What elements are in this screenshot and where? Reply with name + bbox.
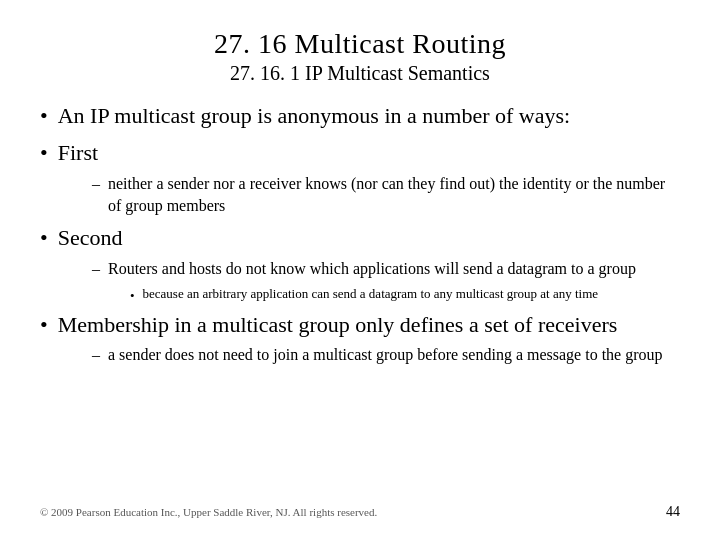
dash-4: – (92, 346, 100, 364)
bullet-dot-1: • (40, 103, 48, 129)
footer-page-number: 44 (666, 504, 680, 520)
bullet-item-3: • Second (40, 223, 680, 254)
sub-bullet-3: – Routers and hosts do not know which ap… (40, 258, 680, 280)
sub-sub-dot-3: • (130, 288, 135, 304)
bullet-text-2: First (58, 138, 98, 169)
footer: © 2009 Pearson Education Inc., Upper Sad… (40, 500, 680, 520)
footer-copyright: © 2009 Pearson Education Inc., Upper Sad… (40, 506, 377, 518)
bullet-text-1: An IP multicast group is anonymous in a … (58, 101, 570, 132)
bullet-dot-2: • (40, 140, 48, 166)
bullet-dot-3: • (40, 225, 48, 251)
sub-bullet-4: – a sender does not need to join a multi… (40, 344, 680, 366)
sub-sub-bullet-3: • because an arbitrary application can s… (40, 285, 680, 304)
sub-sub-text-3: because an arbitrary application can sen… (143, 285, 599, 303)
dash-3: – (92, 260, 100, 278)
dash-2: – (92, 175, 100, 193)
sub-title: 27. 16. 1 IP Multicast Semantics (40, 62, 680, 85)
bullet-dot-4: • (40, 312, 48, 338)
bullet-item-4: • Membership in a multicast group only d… (40, 310, 680, 341)
slide-page: 27. 16 Multicast Routing 27. 16. 1 IP Mu… (0, 0, 720, 540)
sub-bullet-2: – neither a sender nor a receiver knows … (40, 173, 680, 218)
content-area: • An IP multicast group is anonymous in … (40, 101, 680, 488)
sub-text-4: a sender does not need to join a multica… (108, 344, 663, 366)
title-section: 27. 16 Multicast Routing 27. 16. 1 IP Mu… (40, 28, 680, 85)
sub-text-3: Routers and hosts do not know which appl… (108, 258, 636, 280)
bullet-text-3: Second (58, 223, 123, 254)
main-title: 27. 16 Multicast Routing (40, 28, 680, 60)
sub-text-2: neither a sender nor a receiver knows (n… (108, 173, 680, 218)
bullet-text-4: Membership in a multicast group only def… (58, 310, 618, 341)
bullet-item-1: • An IP multicast group is anonymous in … (40, 101, 680, 132)
bullet-item-2: • First (40, 138, 680, 169)
